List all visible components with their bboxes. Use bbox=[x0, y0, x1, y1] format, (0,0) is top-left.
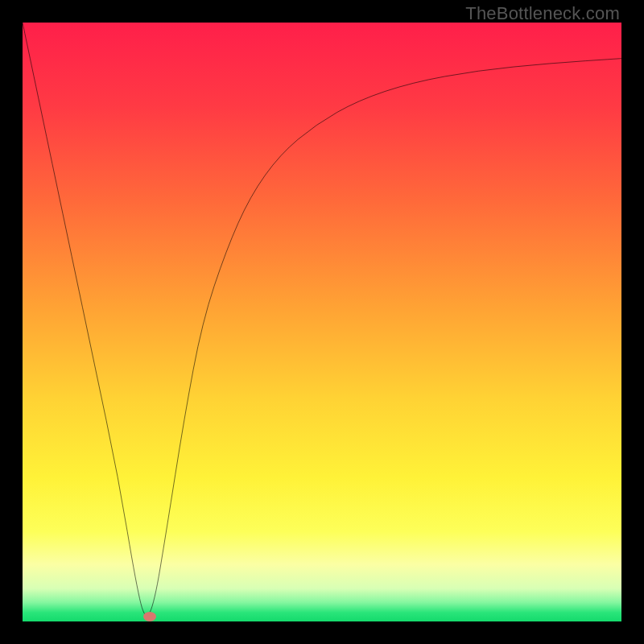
plot-area bbox=[23, 23, 621, 621]
watermark-text: TheBottleneck.com bbox=[465, 3, 620, 24]
chart-frame: TheBottleneck.com bbox=[0, 0, 644, 644]
optimal-point-marker bbox=[143, 612, 156, 621]
bottleneck-curve bbox=[23, 23, 621, 621]
